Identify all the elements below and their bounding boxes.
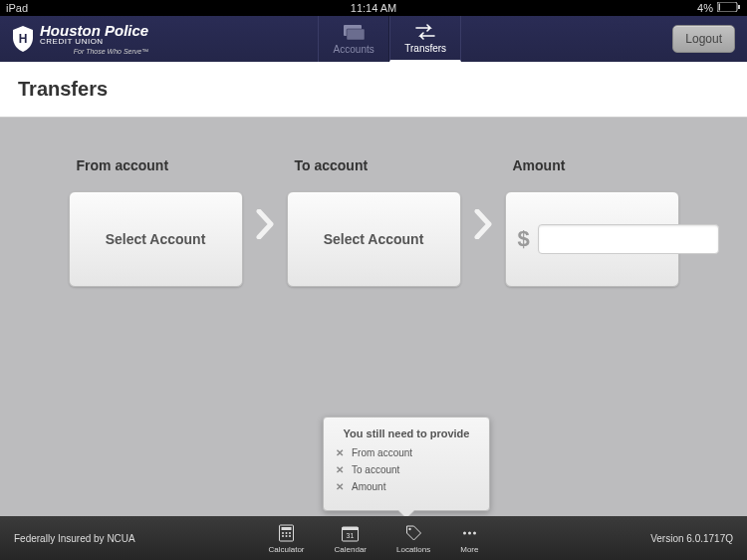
tooltip-item: ✕ To account bbox=[336, 464, 477, 475]
svg-point-12 bbox=[286, 535, 288, 537]
calculator-icon bbox=[279, 523, 295, 543]
brand-sub: CREDIT UNION bbox=[40, 38, 148, 46]
x-icon: ✕ bbox=[336, 464, 344, 475]
amount-input[interactable] bbox=[538, 224, 719, 254]
battery-icon bbox=[717, 2, 741, 14]
to-account-label: To account bbox=[295, 157, 461, 173]
footer-more-label: More bbox=[460, 545, 478, 554]
amount-step: Amount $ bbox=[505, 157, 679, 287]
to-account-step: To account Select Account bbox=[287, 157, 461, 287]
nav-accounts[interactable]: Accounts bbox=[318, 16, 389, 62]
shield-icon: H bbox=[12, 26, 34, 52]
footer-calculator-label: Calculator bbox=[269, 545, 305, 554]
svg-rect-15 bbox=[343, 527, 359, 530]
x-icon: ✕ bbox=[336, 447, 344, 458]
svg-point-17 bbox=[408, 527, 410, 529]
from-account-placeholder: Select Account bbox=[106, 231, 206, 247]
from-account-selector[interactable]: Select Account bbox=[69, 191, 243, 287]
svg-text:H: H bbox=[19, 32, 28, 46]
tooltip-item: ✕ From account bbox=[336, 447, 477, 458]
footer-locations[interactable]: Locations bbox=[396, 523, 430, 554]
svg-point-8 bbox=[282, 532, 284, 534]
amount-label: Amount bbox=[513, 157, 679, 173]
footer-calculator[interactable]: Calculator bbox=[269, 523, 305, 554]
from-account-step: From account Select Account bbox=[69, 157, 243, 287]
device-label: iPad bbox=[6, 2, 28, 14]
svg-rect-1 bbox=[738, 5, 740, 9]
battery-percent: 4% bbox=[697, 2, 713, 14]
transfers-icon bbox=[414, 23, 436, 41]
footer: Federally Insured by NCUA Calculator 31 … bbox=[0, 516, 747, 560]
amount-box: $ bbox=[505, 191, 679, 287]
nav-transfers[interactable]: Transfers bbox=[389, 16, 461, 62]
footer-locations-label: Locations bbox=[396, 545, 430, 554]
footer-calendar-label: Calendar bbox=[335, 545, 367, 554]
more-icon bbox=[460, 523, 478, 543]
tag-icon bbox=[404, 523, 422, 543]
page-title: Transfers bbox=[18, 78, 108, 101]
nav-transfers-label: Transfers bbox=[404, 43, 446, 54]
x-icon: ✕ bbox=[336, 481, 344, 492]
insured-text: Federally Insured by NCUA bbox=[14, 533, 135, 544]
svg-point-13 bbox=[289, 535, 291, 537]
svg-point-19 bbox=[468, 531, 471, 534]
currency-symbol: $ bbox=[518, 226, 530, 252]
tooltip-title: You still need to provide bbox=[336, 427, 477, 439]
brand-logo: H Houston Police CREDIT UNION For Those … bbox=[12, 23, 148, 55]
chevron-right-icon bbox=[461, 209, 505, 239]
main-content: From account Select Account To account S… bbox=[0, 118, 747, 516]
tooltip-item-label: Amount bbox=[352, 481, 385, 492]
tooltip-item-label: From account bbox=[352, 447, 412, 458]
svg-point-18 bbox=[463, 531, 466, 534]
brand-tagline: For Those Who Serve™ bbox=[40, 48, 148, 55]
svg-rect-7 bbox=[282, 527, 292, 530]
app-header: H Houston Police CREDIT UNION For Those … bbox=[0, 16, 747, 62]
chevron-right-icon bbox=[243, 209, 287, 239]
calendar-icon: 31 bbox=[342, 523, 360, 543]
brand-name: Houston Police bbox=[40, 23, 148, 38]
tooltip-item-label: To account bbox=[352, 464, 399, 475]
cards-icon bbox=[342, 24, 366, 42]
footer-calendar[interactable]: 31 Calendar bbox=[335, 523, 367, 554]
from-account-label: From account bbox=[77, 157, 243, 173]
svg-point-20 bbox=[473, 531, 476, 534]
version-text: Version 6.0.1717Q bbox=[650, 533, 733, 544]
to-account-placeholder: Select Account bbox=[324, 231, 424, 247]
svg-rect-2 bbox=[719, 4, 721, 11]
svg-point-9 bbox=[286, 532, 288, 534]
svg-text:31: 31 bbox=[347, 532, 355, 539]
nav-accounts-label: Accounts bbox=[334, 44, 374, 55]
clock: 11:14 AM bbox=[351, 2, 396, 14]
validation-tooltip: You still need to provide ✕ From account… bbox=[323, 417, 490, 511]
title-bar: Transfers bbox=[0, 62, 747, 118]
top-nav: Accounts Transfers bbox=[318, 16, 461, 62]
status-bar: iPad 11:14 AM 4% bbox=[0, 0, 747, 16]
svg-rect-5 bbox=[347, 29, 365, 40]
footer-more[interactable]: More bbox=[460, 523, 478, 554]
svg-point-11 bbox=[282, 535, 284, 537]
svg-point-10 bbox=[289, 532, 291, 534]
to-account-selector[interactable]: Select Account bbox=[287, 191, 461, 287]
tooltip-item: ✕ Amount bbox=[336, 481, 477, 492]
battery-status: 4% bbox=[697, 2, 741, 14]
transfer-steps: From account Select Account To account S… bbox=[0, 157, 747, 287]
footer-menu: Calculator 31 Calendar Locations More bbox=[269, 523, 479, 554]
logout-button[interactable]: Logout bbox=[672, 25, 735, 53]
